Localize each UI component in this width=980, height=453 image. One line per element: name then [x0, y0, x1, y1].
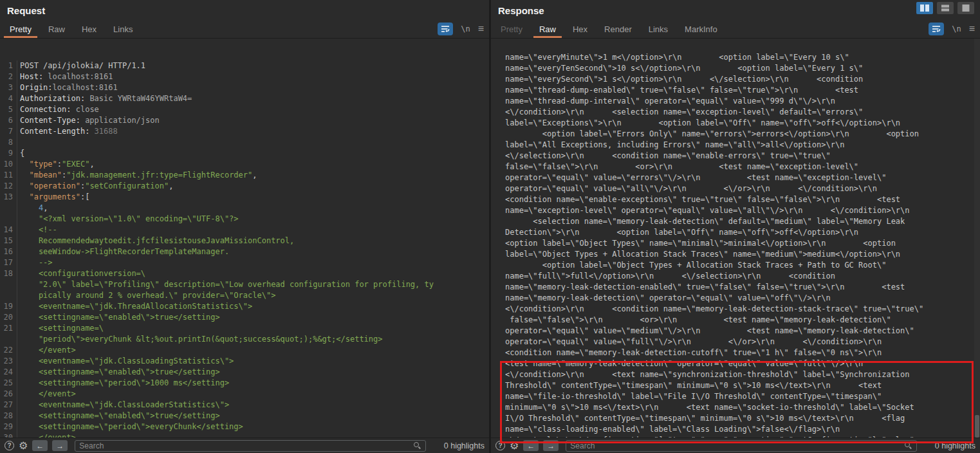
- stacked-layout-button[interactable]: [937, 2, 954, 14]
- search-settings-gear-icon[interactable]: ⚙: [19, 441, 28, 451]
- line-number: 12: [0, 181, 17, 192]
- response-code-line: name=\"memory-leak-detection\" operator=…: [505, 293, 980, 304]
- show-newlines-toggle[interactable]: \n: [461, 24, 470, 33]
- request-code-line: 20 <settingname=\"enabled\">true</settin…: [0, 312, 489, 323]
- side-by-side-layout-button[interactable]: [916, 2, 933, 14]
- response-code-line: <selection name=\"memory-leak-detection\…: [505, 216, 980, 227]
- previous-match-button[interactable]: ←: [523, 440, 539, 451]
- response-scrollbar-thumb[interactable]: [975, 415, 979, 438]
- search-settings-gear-icon[interactable]: ⚙: [510, 441, 519, 451]
- search-icon: [905, 442, 912, 449]
- request-editor[interactable]: 1POST /api/jolokia/ HTTP/1.12Host: local…: [0, 39, 489, 438]
- next-match-button[interactable]: →: [543, 440, 559, 451]
- response-editor[interactable]: name=\"everyMinute\">1 m<\/option>\r\n <…: [491, 39, 980, 438]
- tab-links[interactable]: Links: [105, 20, 141, 38]
- editor-menu-icon[interactable]: ≡: [478, 24, 484, 34]
- response-code-line: <condition name=\"enable-exceptions\" tr…: [505, 194, 980, 205]
- response-code-line: operator=\"equal\" value=\"all\"\/>\r\n …: [505, 183, 980, 194]
- request-code-line: 22 </event>: [0, 345, 489, 356]
- word-wrap-icon: [441, 25, 450, 33]
- tab-hex[interactable]: Hex: [564, 20, 596, 38]
- response-code-line: false=\"false\">\r\n <or>\r\n <test name…: [505, 162, 980, 172]
- tab-raw[interactable]: Raw: [40, 20, 73, 38]
- single-pane-icon: [961, 4, 971, 12]
- line-number: [0, 203, 17, 214]
- response-tabs: PrettyRawHexRenderLinksMarkInfo: [492, 20, 726, 38]
- line-number: 9: [0, 148, 17, 159]
- line-number: 27: [0, 400, 17, 411]
- show-newlines-toggle[interactable]: \n: [952, 24, 961, 33]
- response-scrollbar[interactable]: [974, 39, 980, 438]
- word-wrap-toggle-button[interactable]: [438, 23, 453, 35]
- request-code-line: "period\">everyChunk &lt;%out.printIn(&q…: [0, 334, 489, 345]
- line-number: 23: [0, 356, 17, 367]
- request-code-line: "<?xml version=\"1.0\" encoding=\"UTF-8\…: [0, 214, 489, 225]
- request-tab-row: PrettyRawHexLinks \n ≡: [0, 20, 489, 39]
- request-code-line: 7Content-Length: 31688: [0, 126, 489, 137]
- request-highlights-count: 0 highlights: [430, 441, 485, 450]
- line-number: [0, 290, 17, 301]
- response-code-line: name=\"thread-dump-interval\" operator=\…: [505, 96, 980, 107]
- response-highlights-count: 0 highlights: [921, 441, 975, 450]
- line-number: 17: [0, 257, 17, 268]
- tab-render[interactable]: Render: [596, 20, 640, 38]
- response-code-line: label=\"Exceptions\">\r\n <option label=…: [505, 118, 980, 129]
- response-code-line: minimum=\"0 s\">10 ms<\/text>\r\n <text …: [505, 402, 980, 413]
- line-number: 19: [0, 301, 17, 312]
- request-panel-title: Request: [0, 0, 489, 20]
- editor-menu-icon[interactable]: ≡: [969, 24, 975, 34]
- request-code: 1POST /api/jolokia/ HTTP/1.12Host: local…: [0, 60, 489, 438]
- request-tabs: PrettyRawHexLinks: [1, 20, 141, 38]
- line-number: 14: [0, 225, 17, 236]
- single-pane-layout-button[interactable]: [957, 2, 974, 14]
- response-code-line: name=\"everyTenSecond\">10 s<\/option>\r…: [505, 63, 980, 74]
- request-code-line: 24 <settingname=\"enabled\">true</settin…: [0, 367, 489, 378]
- line-number: 22: [0, 345, 17, 356]
- request-code-line: 9{: [0, 148, 489, 159]
- request-code-line: 18 <configurationversion=\: [0, 268, 489, 279]
- line-number: 1: [0, 60, 17, 71]
- response-search-input[interactable]: [566, 441, 905, 450]
- request-code-line: 12 "operation":"setConfiguration",: [0, 181, 489, 192]
- request-code-line: 15 Recommendedwaytoedit.jfcfilesistouseJ…: [0, 236, 489, 246]
- response-code-line: operator=\"equal\" value=\"full\"\/>\r\n…: [505, 337, 980, 347]
- request-panel: Request PrettyRawHexLinks \n ≡ 1POST /ap…: [0, 0, 489, 453]
- line-number: 25: [0, 378, 17, 389]
- response-panel-title: Response: [491, 0, 980, 20]
- line-number: 7: [0, 126, 17, 137]
- line-number: 26: [0, 389, 17, 400]
- request-code-line: 19 <eventname=\"jdk.ThreadAllocationStat…: [0, 301, 489, 312]
- next-match-button[interactable]: →: [52, 440, 68, 451]
- request-code-line: 2Host: localhost:8161: [0, 71, 489, 82]
- previous-match-button[interactable]: ←: [32, 440, 48, 451]
- tab-markinfo[interactable]: MarkInfo: [676, 20, 726, 38]
- tab-pretty[interactable]: Pretty: [492, 20, 531, 38]
- word-wrap-toggle-button[interactable]: [929, 23, 944, 35]
- line-number: [0, 279, 17, 290]
- help-icon[interactable]: ?: [5, 441, 14, 450]
- request-code-line: "2.0\" label=\"Profiling\" description=\…: [0, 279, 489, 290]
- request-code-line: 5Connection: close: [0, 104, 489, 115]
- line-number: 15: [0, 236, 17, 246]
- tab-links[interactable]: Links: [640, 20, 676, 38]
- request-code-line: 4,: [0, 203, 489, 214]
- tab-hex[interactable]: Hex: [73, 20, 105, 38]
- response-code-line: name=\"everyMinute\">1 m<\/option>\r\n <…: [505, 52, 980, 63]
- line-number: 30: [0, 432, 17, 438]
- line-number: 18: [0, 268, 17, 279]
- request-code-line: 29 <settingname=\"period\">everyChunk</s…: [0, 421, 489, 432]
- request-code-line: 8: [0, 137, 489, 148]
- tab-pretty[interactable]: Pretty: [1, 20, 40, 38]
- tab-raw[interactable]: Raw: [531, 20, 564, 38]
- request-code-line: 28 <settingname=\"enabled\">true</settin…: [0, 411, 489, 421]
- response-code-line: name=\"exception-level\" operator=\"equa…: [505, 205, 980, 216]
- request-code-line: 13 "arguments":[: [0, 192, 489, 203]
- response-code-line: operator=\"equal\" value=\"errors\"\/>\r…: [505, 172, 980, 183]
- response-code-line: name=\"file-io-threshold\" label=\"File …: [505, 391, 980, 402]
- request-code-line: 27 <eventname=\"jdk.ClassLoaderStatistic…: [0, 400, 489, 411]
- request-code-line: 10 "type":"EXEC",: [0, 159, 489, 170]
- line-number: 28: [0, 411, 17, 421]
- help-icon[interactable]: ?: [495, 441, 505, 450]
- response-search-field: [566, 440, 917, 452]
- request-search-input[interactable]: [75, 441, 414, 450]
